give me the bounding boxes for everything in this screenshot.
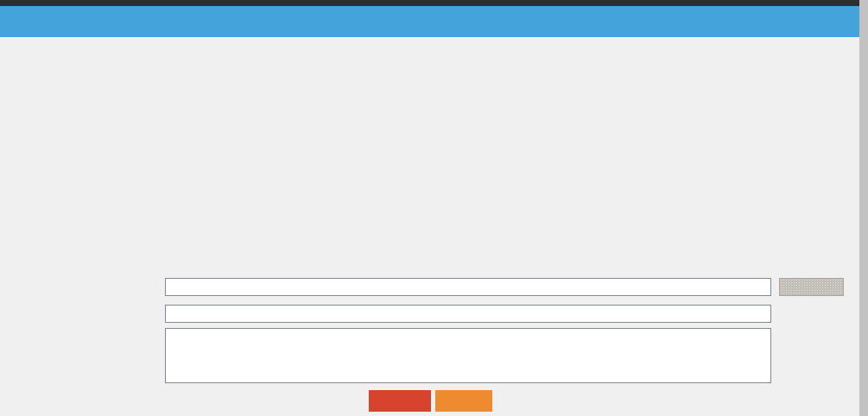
reset-button[interactable] [369, 390, 431, 412]
save-button[interactable] [435, 390, 492, 412]
background-window-right-edge [859, 0, 868, 416]
browse-button[interactable] [779, 278, 844, 296]
custom-java-dialog [0, 6, 859, 416]
path-input[interactable] [165, 278, 771, 296]
name-input[interactable] [165, 305, 771, 323]
java-arguments-textarea[interactable] [165, 328, 771, 383]
background-window-top-edge [0, 0, 859, 6]
dialog-header [0, 6, 859, 37]
close-icon[interactable] [840, 6, 847, 37]
